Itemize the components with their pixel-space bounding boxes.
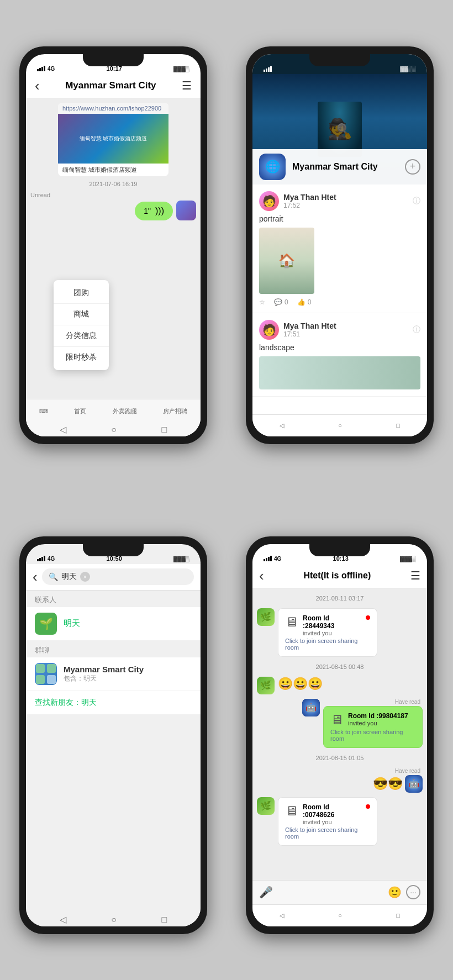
search-input-3[interactable]: 🔍 明天 × xyxy=(42,568,194,585)
post2-info-icon[interactable]: ⓘ xyxy=(413,325,420,335)
link-image: 缅甸智慧 城市婚假酒店频道 xyxy=(58,114,168,164)
avatar-left-3: 🌿 xyxy=(257,797,275,815)
posts-area: 🧑 Mya Than Htet 17:52 ⓘ portrait 🏠 ☆ xyxy=(252,185,427,414)
post-1: 🧑 Mya Than Htet 17:52 ⓘ portrait 🏠 ☆ xyxy=(252,185,427,313)
link-preview-1[interactable]: https://www.huzhan.com/ishop22900 缅甸智慧 城… xyxy=(58,103,168,176)
star-action-1[interactable]: ☆ xyxy=(259,298,265,306)
keyboard-icon[interactable]: ⌨ xyxy=(39,408,48,415)
timestamp-msg3: 2021-08-15 01:05 xyxy=(257,755,423,761)
input-bar-4: 🎤 🙂 ··· xyxy=(252,880,427,904)
battery-2: ▓▓░░ xyxy=(400,66,416,72)
home-gesture-3[interactable]: ○ xyxy=(111,915,117,925)
property-tab[interactable]: 房产招聘 xyxy=(163,407,187,415)
comment-action-1[interactable]: 💬0 xyxy=(274,298,288,306)
room-id-2: Room Id :99804187 xyxy=(348,712,408,720)
status-icons-1: 4G xyxy=(37,66,55,72)
screen-share-inner-1: 🖥 Room Id :28449343 invited you xyxy=(285,614,370,636)
delivery-tab[interactable]: 外卖跑腿 xyxy=(113,407,137,415)
contact-result-mingtian[interactable]: 🌱 明天 xyxy=(26,607,201,641)
unread-dot-1 xyxy=(366,615,370,620)
menu-item-flash-sale[interactable]: 限时秒杀 xyxy=(54,347,109,368)
phone-2: ▓▓░░ 🕵️ 🌐 Myanmar Smart City + xyxy=(227,0,453,490)
group-result-msc[interactable]: Myanmar Smart City 包含：明天 xyxy=(26,657,201,691)
phone-4: 4G 10:13 ▓▓▓░ Htet(It is offline) ☰ 2021… xyxy=(227,490,453,980)
voice-duration: 1" xyxy=(144,207,151,215)
clear-search-button[interactable]: × xyxy=(80,572,90,582)
chat-title-4: Htet(It is offline) xyxy=(264,571,410,581)
share-text-2: Room Id :99804187 invited you xyxy=(348,712,408,726)
menu-icon-4[interactable]: ☰ xyxy=(410,569,420,582)
screen-share-card-1[interactable]: 🖥 Room Id :28449343 invited you Click to… xyxy=(278,608,377,657)
back-gesture-3[interactable]: ◁ xyxy=(60,914,66,925)
timestamp-msg1: 2021-08-11 03:17 xyxy=(257,595,423,602)
groups-section-header: 群聊 xyxy=(26,641,201,657)
battery-4: ▓▓▓░ xyxy=(400,556,416,562)
contact-avatar-mingtian: 🌱 xyxy=(35,613,57,635)
notch-4 xyxy=(309,544,370,556)
group-name-2: Myanmar Smart City xyxy=(292,162,378,172)
find-new-friend[interactable]: 查找新朋友：明天 xyxy=(26,691,201,715)
status-icons-2 xyxy=(264,66,272,72)
voice-message[interactable]: 1" ))) xyxy=(135,202,173,220)
home-gesture-1[interactable]: ○ xyxy=(111,425,117,435)
group-avatar-2: 🌐 xyxy=(259,154,286,180)
avatar-right-2: 🤖 xyxy=(302,699,320,716)
menu-item-shop[interactable]: 商城 xyxy=(54,304,109,325)
voice-input-button[interactable]: 🎤 xyxy=(259,886,273,899)
add-button-2[interactable]: + xyxy=(405,159,420,175)
screen-share-msg-3: 🌿 🖥 Room Id :00748626 invited you Click … xyxy=(257,797,423,846)
have-read-label-2: Have read xyxy=(395,699,420,705)
back-gesture-2[interactable]: ◁ xyxy=(280,422,284,429)
recent-gesture-2[interactable]: □ xyxy=(396,422,400,429)
voice-msg-row: 1" ))) xyxy=(30,201,196,220)
network-4: 4G xyxy=(274,556,281,562)
signal-2 xyxy=(264,66,272,72)
post2-username: Mya Than Htet xyxy=(283,322,408,330)
sender-avatar-1 xyxy=(176,201,196,220)
more-options-button[interactable]: ··· xyxy=(406,885,420,899)
back-button-3[interactable] xyxy=(33,568,38,586)
emoji-button-4[interactable]: 🙂 xyxy=(388,886,402,899)
recent-gesture-3[interactable]: □ xyxy=(162,915,167,925)
post1-info-icon[interactable]: ⓘ xyxy=(413,196,420,206)
signal-1 xyxy=(37,66,45,71)
recent-gesture-1[interactable]: □ xyxy=(162,425,167,435)
menu-icon-1[interactable]: ☰ xyxy=(182,79,192,92)
home-gesture-4[interactable]: ○ xyxy=(338,912,342,919)
back-button-4[interactable] xyxy=(259,567,264,584)
back-gesture-4[interactable]: ◁ xyxy=(280,912,284,919)
menu-item-group-buy[interactable]: 团购 xyxy=(54,282,109,304)
back-gesture-1[interactable]: ◁ xyxy=(60,424,66,435)
avatar-left-2: 🌿 xyxy=(257,677,275,694)
click-join-2[interactable]: Click to join screen sharing room xyxy=(330,729,415,742)
click-join-1[interactable]: Click to join screen sharing room xyxy=(285,637,370,651)
home-gesture-2[interactable]: ○ xyxy=(338,422,342,429)
emoji-content-left: 😀😀😀 xyxy=(278,677,323,691)
screen-share-card-2[interactable]: 🖥 Room Id :99804187 invited you Click to… xyxy=(323,706,423,748)
find-name: 明天 xyxy=(81,698,97,707)
recent-gesture-4[interactable]: □ xyxy=(396,912,400,919)
notch-3 xyxy=(83,544,144,556)
room-id-1: Room Id :28449343 xyxy=(303,614,361,630)
share-text-3: Room Id :00748626 invited you xyxy=(303,803,361,825)
post2-time: 17:51 xyxy=(283,330,408,338)
screen-share-card-3[interactable]: 🖥 Room Id :00748626 invited you Click to… xyxy=(278,797,377,846)
post1-actions: ☆ 💬0 👍0 xyxy=(259,298,420,306)
post-header-2: 🧑 Mya Than Htet 17:51 ⓘ xyxy=(259,320,420,340)
post-header-1: 🧑 Mya Than Htet 17:52 ⓘ xyxy=(259,191,420,211)
post1-image: 🏠 xyxy=(259,228,314,294)
like-action-1[interactable]: 👍0 xyxy=(297,298,312,306)
group-info-msc: Myanmar Smart City 包含：明天 xyxy=(64,665,144,683)
back-button-1[interactable] xyxy=(35,77,40,94)
screen-share-inner-2: 🖥 Room Id :99804187 invited you xyxy=(330,712,415,728)
mini-avatar-1 xyxy=(36,664,45,673)
link-url: https://www.huzhan.com/ishop22900 xyxy=(58,103,168,114)
click-join-3[interactable]: Click to join screen sharing room xyxy=(285,826,370,840)
home-tab[interactable]: 首页 xyxy=(74,407,86,415)
signal-4 xyxy=(264,556,272,561)
bottom-bar-1: ⌨ 首页 外卖跑腿 房产招聘 xyxy=(26,399,201,423)
monitor-icon-3: 🖥 xyxy=(285,803,298,819)
menu-item-classify[interactable]: 分类信息 xyxy=(54,325,109,347)
monitor-icon-1: 🖥 xyxy=(285,614,298,630)
search-value-3: 明天 xyxy=(61,572,77,582)
